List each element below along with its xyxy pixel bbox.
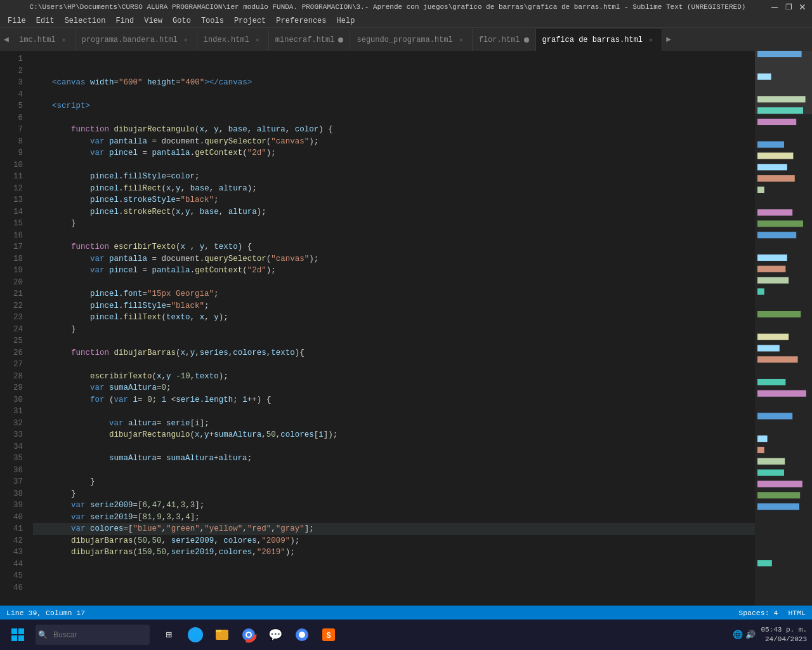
line-number: 1 (0, 53, 23, 65)
line-number: 27 (0, 359, 23, 371)
menu-help[interactable]: Help (332, 15, 360, 27)
close-button[interactable]: ✕ (798, 3, 807, 11)
svg-rect-7 (216, 630, 221, 632)
restore-button[interactable]: ❐ (784, 3, 793, 11)
line-number: 10 (0, 159, 23, 171)
taskbar-right: 🌐 🔊 05:43 p. m. 24/04/2023 (733, 625, 807, 645)
line-number: 19 (0, 265, 23, 277)
minimap-canvas (755, 51, 812, 571)
sublime-icon[interactable]: S (317, 623, 340, 646)
code-line: dibujarRectangulo(x,y+sumaAltura,50,colo… (33, 429, 755, 441)
line-number: 29 (0, 382, 23, 394)
network-icon: 🌐 (733, 630, 743, 640)
code-line (33, 441, 755, 453)
chrome-icon[interactable] (237, 623, 260, 646)
chrome2-icon[interactable] (291, 623, 313, 646)
line-number: 13 (0, 194, 23, 206)
line-number: 42 (0, 535, 23, 547)
tab-grafica[interactable]: grafica de barras.html ✕ (536, 29, 662, 51)
menubar: File Edit Selection Find View Goto Tools… (0, 14, 812, 28)
windows-icon (11, 628, 25, 642)
svg-rect-3 (18, 635, 24, 641)
code-line: var pantalla = document.querySelector("c… (33, 136, 755, 148)
statusbar: Line 39, Column 17 Spaces: 4 HTML (0, 606, 812, 620)
svg-rect-0 (11, 628, 17, 634)
tab-label: flor.html (479, 36, 520, 44)
clock-time: 05:43 p. m. (761, 625, 807, 635)
tab-close-imc[interactable]: ✕ (60, 36, 69, 44)
menu-project[interactable]: Project (229, 15, 271, 27)
code-line: var pincel = pantalla.getContext("2d"); (33, 147, 755, 159)
tabbar: ◀ imc.html ✕ programa.bandera.html ✕ ind… (0, 28, 812, 51)
tab-scroll-left[interactable]: ◀ (0, 28, 13, 51)
menu-goto[interactable]: Goto (167, 15, 196, 27)
code-line: } (33, 488, 755, 500)
code-line: var pincel = pantalla.getContext("2d"); (33, 265, 755, 277)
minimize-button[interactable]: ─ (770, 3, 779, 11)
code-line: dibujarBarras(150,50,serie2019,colores,"… (33, 547, 755, 559)
search-wrapper: 🔍 (33, 625, 150, 645)
status-right: Spaces: 4 HTML (738, 609, 806, 617)
code-line: var pantalla = document.querySelector("c… (33, 253, 755, 265)
code-line: </script> (33, 606, 755, 606)
line-number: 18 (0, 253, 23, 265)
tab-imc[interactable]: imc.html ✕ (13, 29, 75, 51)
line-number: 17 (0, 241, 23, 253)
taskbar: 🔍 ⊞ 🌐 💬 S 🌐 🔊 05:43 p. m. 24/04/2023 (0, 620, 812, 650)
status-spaces: Spaces: 4 (738, 609, 778, 617)
line-number: 11 (0, 171, 23, 183)
menu-find[interactable]: Find (110, 15, 139, 27)
code-line: sumaAltura= sumaAltura+altura; (33, 453, 755, 465)
line-numbers: 1234567891011121314151617181920212223242… (0, 51, 28, 606)
line-number: 8 (0, 136, 23, 148)
discord-icon[interactable]: 💬 (264, 623, 287, 646)
browser-icon[interactable]: 🌐 (184, 623, 207, 646)
code-line: function dibujarRectangulo(x, y, base, a… (33, 124, 755, 136)
tab-flor[interactable]: flor.html (473, 29, 536, 51)
tab-scroll-right[interactable]: ► (662, 28, 675, 51)
code-line: <script> (33, 100, 755, 112)
line-number: 28 (0, 371, 23, 383)
status-left: Line 39, Column 17 (6, 609, 85, 617)
tab-index[interactable]: index.html ✕ (197, 29, 269, 51)
files-icon[interactable] (211, 623, 233, 646)
line-number: 45 (0, 570, 23, 582)
menu-selection[interactable]: Selection (60, 15, 111, 27)
menu-preferences[interactable]: Preferences (271, 15, 331, 27)
tab-close-grafica[interactable]: ✕ (646, 36, 655, 44)
code-line: var serie2019=[81,9,3,3,4]; (33, 512, 755, 524)
line-number: 25 (0, 335, 23, 347)
svg-rect-1 (18, 628, 24, 634)
tab-segundo[interactable]: segundo_programa.html ✕ (350, 29, 472, 51)
line-number: 32 (0, 418, 23, 430)
code-content[interactable]: <canvas width="600" height="400"></canva… (28, 51, 755, 606)
search-input[interactable] (36, 625, 150, 645)
tab-minecraf[interactable]: minecraf.html (269, 29, 351, 51)
tab-bandera[interactable]: programa.bandera.html ✕ (75, 29, 197, 51)
svg-point-13 (299, 632, 305, 638)
line-number: 7 (0, 124, 23, 136)
tab-close-segundo[interactable]: ✕ (457, 36, 466, 44)
taskview-button[interactable]: ⊞ (157, 623, 180, 646)
code-line (33, 559, 755, 571)
tab-dot-minecraf (338, 37, 343, 43)
tab-close-bandera[interactable]: ✕ (181, 36, 190, 44)
tab-close-index[interactable]: ✕ (253, 36, 262, 44)
menu-file[interactable]: File (3, 15, 31, 27)
menu-edit[interactable]: Edit (31, 15, 60, 27)
code-line: pincel.fillRect(x,y, base, altura); (33, 183, 755, 195)
line-number: 41 (0, 523, 23, 535)
menu-view[interactable]: View (139, 15, 167, 27)
code-area: 1234567891011121314151617181920212223242… (0, 51, 812, 606)
code-line: pincel.strokeRect(x,y, base, altura); (33, 206, 755, 218)
line-number: 5 (0, 100, 23, 112)
tab-label: index.html (204, 36, 249, 44)
start-button[interactable] (5, 622, 30, 647)
minimap (755, 51, 812, 606)
menu-tools[interactable]: Tools (196, 15, 229, 27)
code-line (33, 406, 755, 418)
code-line: var serie2009=[6,47,41,3,3]; (33, 500, 755, 512)
volume-icon: 🔊 (745, 630, 756, 640)
line-number: 36 (0, 465, 23, 477)
code-line: dibujarBarras(50,50, serie2009, colores,… (33, 535, 755, 547)
